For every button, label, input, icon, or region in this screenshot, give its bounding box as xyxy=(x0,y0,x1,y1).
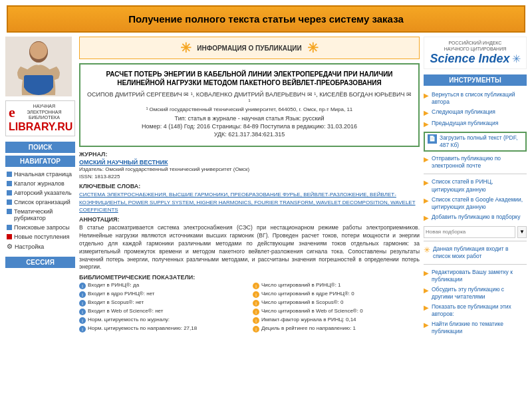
tool-my-works[interactable]: ✳ Данная публикация входит в список моих… xyxy=(424,244,527,261)
svg-rect-4 xyxy=(24,75,53,88)
nav-item-home[interactable]: Начальная страница xyxy=(5,170,75,179)
info-circle-orange: i xyxy=(253,300,259,307)
asterisk-icon: ✳ xyxy=(180,40,192,56)
arrow-icon: ▶ xyxy=(424,321,429,329)
lib-text: НАУЧНАЯ ЭЛЕКТРОННАЯ БИБЛИОТЕКА xyxy=(17,104,72,120)
svg-point-2 xyxy=(30,42,47,59)
left-sidebar: e НАУЧНАЯ ЭЛЕКТРОННАЯ БИБЛИОТЕКА LIBRARY… xyxy=(5,37,75,389)
arrow-icon: ▶ xyxy=(424,120,429,128)
article-box: РАСЧЕТ ПОТЕРЬ ЭНЕРГИИ В КАБЕЛЬНОЙ ЛИНИИ … xyxy=(79,63,420,147)
tool-citing-list[interactable]: ▶ Список статей в РИНЦ, цитирующих данну… xyxy=(424,177,527,194)
collection-dropdown-row: ▼ xyxy=(424,226,527,238)
biblio-text: Входит в Scopus®: нет xyxy=(88,299,144,305)
science-index-logo: РОССИЙСКИЙ ИНДЕКСНАУЧНОГО ЦИТИРОВАНИЯ Sc… xyxy=(424,37,527,69)
nav-label: Каталог журналов xyxy=(14,180,65,187)
tool-label: Список статей в Google Академии, цитирую… xyxy=(432,196,527,211)
gear-icon: ⚙ xyxy=(7,243,13,250)
tool-send-email[interactable]: ▶ Отправить публикацию по электронной по… xyxy=(424,154,527,171)
info-circle: i xyxy=(79,300,86,307)
abstract-label: АННОТАЦИЯ: xyxy=(79,216,420,223)
nav-item-orgs[interactable]: Список организаций xyxy=(5,198,75,207)
tool-label: Добавить публикацию в подборку xyxy=(432,213,520,221)
nav-dot xyxy=(7,190,12,196)
journal-label: ЖУРНАЛ: xyxy=(79,151,420,158)
biblio-label: БИБЛИОМЕТРИЧЕСКИЕ ПОКАЗАТЕЛИ: xyxy=(79,274,420,281)
biblio-item: i Норм. цитируемость по направлению: 27,… xyxy=(79,325,246,332)
nav-item-journals[interactable]: Каталог журналов xyxy=(5,179,75,188)
biblio-text: Дециль в рейтинге по направлению: 1 xyxy=(261,325,356,331)
center-content: ✳ ИНФОРМАЦИЯ О ПУБЛИКАЦИИ ✳ РАСЧЕТ ПОТЕР… xyxy=(79,37,420,389)
nav-item-new[interactable]: Новые поступления xyxy=(5,232,75,241)
tool-edit-note[interactable]: ▶ Редактировать Вашу заметку к публикаци… xyxy=(424,267,527,285)
elibrary-logo: e НАУЧНАЯ ЭЛЕКТРОННАЯ БИБЛИОТЕКА LIBRARY… xyxy=(5,100,75,136)
tool-label: Следующая публикация xyxy=(432,108,495,116)
tool-back-to-list[interactable]: ▶ Вернуться в список публикаций автора xyxy=(424,90,527,107)
top-banner: Получение полного текста статьи через си… xyxy=(7,5,525,33)
session-header: СЕССИЯ xyxy=(5,257,75,268)
divider xyxy=(424,241,527,241)
biblio-item: i Входит в Web of Science®: нет xyxy=(79,308,246,315)
tool-google-citing[interactable]: ▶ Список статей в Google Академии, цитир… xyxy=(424,195,527,212)
keywords-section: КЛЮЧЕВЫЕ СЛОВА: СИСТЕМА ЭЛЕКТРОСНАБЖЕНИЯ… xyxy=(79,183,420,213)
e-letter: e xyxy=(9,104,15,121)
tool-label: Список статей в РИНЦ, цитирующих данную xyxy=(432,178,527,193)
biblio-item: i Число цитирований в ядре РИНЦ®: 0 xyxy=(253,291,420,298)
tool-label: Загрузить полный текст (PDF, 487 Кб) xyxy=(440,134,523,149)
article-number: Номер: 4 (148) Год: 2016 Страницы: 84-89… xyxy=(86,123,413,130)
abstract-section: АННОТАЦИЯ: В статье рассматривается сист… xyxy=(79,216,420,271)
tool-prev-pub[interactable]: ▶ Предыдущая публикация xyxy=(424,118,527,130)
tool-label: Предыдущая публикация xyxy=(432,120,498,127)
biblio-item: i Дециль в рейтинге по направлению: 1 xyxy=(253,325,420,332)
biblio-text: Число цитирований в ядре РИНЦ®: 0 xyxy=(261,291,354,297)
biblio-text: Входит в ядро РИНЦ®: нет xyxy=(88,291,154,297)
info-circle-orange: i xyxy=(253,317,259,324)
biblio-item: i Входит в РИНЦ®: да xyxy=(79,282,246,289)
biblio-text: Норм. цитируемость по направлению: 27,18 xyxy=(88,325,197,331)
nav-item-rubric[interactable]: Тематический рубрикатор xyxy=(5,207,75,223)
settings-label: Настройка xyxy=(15,243,44,250)
nav-item-queries[interactable]: Поисковые запросы xyxy=(5,223,75,232)
nav-item-authors[interactable]: Авторский указатель xyxy=(5,188,75,198)
tools-header: ИНСТРУМЕНТЫ xyxy=(424,74,527,86)
biblio-item: i Число цитирований в РИНЦ®: 1 xyxy=(253,282,420,289)
settings-button[interactable]: ⚙ Настройка xyxy=(5,241,75,251)
tool-next-pub[interactable]: ▶ Следующая публикация xyxy=(424,107,527,118)
biblio-section: БИБЛИОМЕТРИЧЕСКИЕ ПОКАЗАТЕЛИ: i Входит в… xyxy=(79,274,420,332)
tool-download-pdf[interactable]: 📄 Загрузить полный текст (PDF, 487 Кб) xyxy=(424,132,527,152)
arrow-icon: ▶ xyxy=(424,178,429,187)
tool-add-to-collection[interactable]: ▶ Добавить публикацию в подборку xyxy=(424,212,527,223)
search-header: ПОИСК xyxy=(5,142,75,153)
si-small-text: РОССИЙСКИЙ ИНДЕКСНАУЧНОГО ЦИТИРОВАНИЯ xyxy=(427,40,523,52)
article-authors: ОСИПОВ ДМИТРИЙ СЕРГЕЕВИЧ ✉ ¹, КОВАЛЕНКО … xyxy=(86,91,413,104)
nav-label: Авторский указатель xyxy=(14,190,72,196)
info-circle-orange: i xyxy=(253,283,259,289)
article-type: Тип: статья в журнале - научная статья Я… xyxy=(86,115,413,122)
biblio-text: Число цитирований в Scopus®: 0 xyxy=(261,299,343,305)
tool-show-authors[interactable]: ▶ Показать все публикации этих авторов: xyxy=(424,302,527,319)
biblio-text: Число цитирований в Web of Science®: 0 xyxy=(261,308,363,314)
article-title: РАСЧЕТ ПОТЕРЬ ЭНЕРГИИ В КАБЕЛЬНОЙ ЛИНИИ … xyxy=(86,70,413,87)
tool-label: Редактировать Вашу заметку к публикации xyxy=(432,269,527,283)
divider xyxy=(424,174,527,174)
tool-label: Данная публикация входит в список моих р… xyxy=(433,245,527,260)
new-collection-input[interactable] xyxy=(424,226,515,238)
nav-dot xyxy=(7,172,12,177)
arrow-icon: ▶ xyxy=(424,269,429,277)
info-circle: i xyxy=(79,326,86,332)
right-sidebar: РОССИЙСКИЙ ИНДЕКСНАУЧНОГО ЦИТИРОВАНИЯ Sc… xyxy=(424,37,527,389)
nav-dot xyxy=(7,181,12,186)
tool-similar[interactable]: ▶ Найти близкие по тематике публикации xyxy=(424,319,527,336)
dropdown-arrow-icon[interactable]: ▼ xyxy=(517,226,527,238)
nav-items: Начальная страница Каталог журналов Авто… xyxy=(5,170,75,241)
biblio-text: Импакт-фактор журнала в РИНЦ: 0,14 xyxy=(261,317,356,323)
arrow-icon: ▶ xyxy=(424,155,429,164)
biblio-item: i Импакт-фактор журнала в РИНЦ: 0,14 xyxy=(253,317,420,324)
tool-discuss[interactable]: ▶ Обсудить эту публикацию с другими чита… xyxy=(424,285,527,302)
journal-name[interactable]: ОМСКИЙ НАУЧНЫЙ ВЕСТНИК xyxy=(79,159,420,166)
biblio-item: i Входит в ядро РИНЦ®: нет xyxy=(79,291,246,298)
nav-dot nav-dot-red xyxy=(7,225,12,230)
person-svg xyxy=(15,39,62,95)
info-circle: i xyxy=(79,283,86,289)
keywords-text: СИСТЕМА ЭЛЕКТРОСНАБЖЕНИЯ, ВЫСШИЕ ГАРМОНИ… xyxy=(79,191,420,213)
biblio-item: i Число цитирований в Scopus®: 0 xyxy=(253,299,420,307)
